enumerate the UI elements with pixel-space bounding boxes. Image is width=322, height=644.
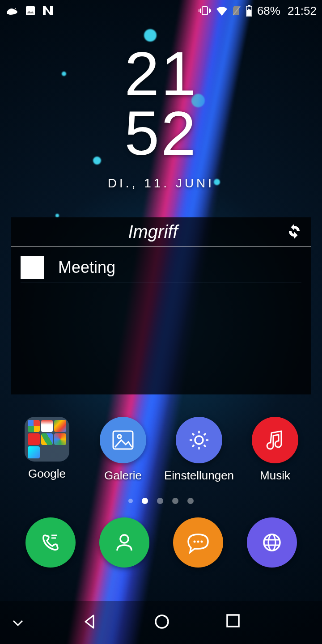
agenda-header: Imgriff — [11, 217, 311, 247]
svg-rect-1 — [26, 6, 35, 15]
clock-hours: 21 — [0, 44, 322, 103]
svg-point-11 — [193, 541, 195, 543]
agenda-item-color — [21, 256, 44, 279]
dock-browser[interactable] — [236, 517, 308, 568]
agenda-item[interactable]: Meeting — [21, 256, 301, 283]
app-galerie[interactable]: Galerie — [87, 417, 159, 483]
browser-icon — [247, 517, 297, 568]
svg-point-0 — [15, 9, 16, 10]
svg-rect-5 — [248, 5, 250, 6]
suse-icon — [5, 6, 19, 16]
clock-date: DI., 11. JUNI — [0, 176, 322, 191]
svg-point-15 — [268, 534, 275, 551]
battery-charging-icon — [246, 5, 253, 17]
nav-back-button[interactable] — [81, 613, 99, 632]
phone-icon — [25, 517, 76, 568]
contacts-icon — [99, 517, 149, 568]
dock — [0, 504, 322, 568]
dock-contacts[interactable] — [89, 517, 160, 568]
no-sim-icon — [232, 5, 241, 16]
agenda-title: Imgriff — [20, 222, 286, 242]
image-icon — [25, 5, 36, 16]
status-time: 21:52 — [288, 4, 317, 18]
navigation-bar — [0, 601, 322, 644]
page-indicator[interactable] — [0, 498, 322, 504]
music-icon — [252, 417, 298, 463]
dock-phone[interactable] — [15, 517, 86, 568]
app-row: Google Galerie Einstellungen Musik — [0, 417, 322, 483]
nav-expand-icon[interactable] — [0, 615, 36, 630]
page-dot[interactable] — [128, 499, 133, 503]
wifi-icon — [216, 6, 228, 16]
svg-rect-2 — [202, 7, 208, 15]
page-dot[interactable] — [172, 498, 178, 504]
app-label: Musik — [260, 469, 290, 483]
agenda-item-text: Meeting — [58, 258, 115, 277]
nav-home-button[interactable] — [153, 613, 171, 632]
app-label: Google — [28, 467, 66, 481]
svg-point-10 — [120, 535, 128, 543]
agenda-widget[interactable]: Imgriff Meeting — [11, 217, 311, 394]
gallery-icon — [100, 417, 146, 463]
page-dot[interactable] — [187, 498, 194, 504]
dock-messages[interactable] — [162, 517, 234, 568]
sync-icon[interactable] — [286, 223, 302, 241]
svg-point-14 — [264, 534, 280, 551]
n-icon — [42, 5, 54, 16]
battery-percent: 68% — [257, 4, 280, 18]
messages-icon — [173, 517, 223, 568]
settings-icon — [176, 417, 222, 463]
vibrate-icon — [198, 5, 212, 16]
folder-icon — [25, 417, 69, 462]
app-einstellungen[interactable]: Einstellungen — [163, 417, 235, 483]
svg-point-13 — [200, 541, 203, 543]
app-label: Galerie — [104, 469, 142, 483]
clock-minutes: 52 — [0, 103, 322, 163]
svg-point-12 — [197, 541, 199, 543]
svg-point-16 — [156, 615, 168, 628]
svg-rect-17 — [227, 615, 239, 627]
svg-point-9 — [195, 436, 203, 444]
page-dot[interactable] — [157, 498, 163, 504]
app-google-folder[interactable]: Google — [11, 417, 83, 483]
app-musik[interactable]: Musik — [239, 417, 311, 483]
nav-recent-button[interactable] — [225, 613, 241, 632]
svg-point-8 — [118, 435, 121, 438]
app-label: Einstellungen — [164, 469, 234, 483]
page-dot[interactable] — [142, 498, 148, 504]
status-bar[interactable]: 68% 21:52 — [0, 0, 322, 21]
clock-widget[interactable]: 21 52 DI., 11. JUNI — [0, 44, 322, 191]
